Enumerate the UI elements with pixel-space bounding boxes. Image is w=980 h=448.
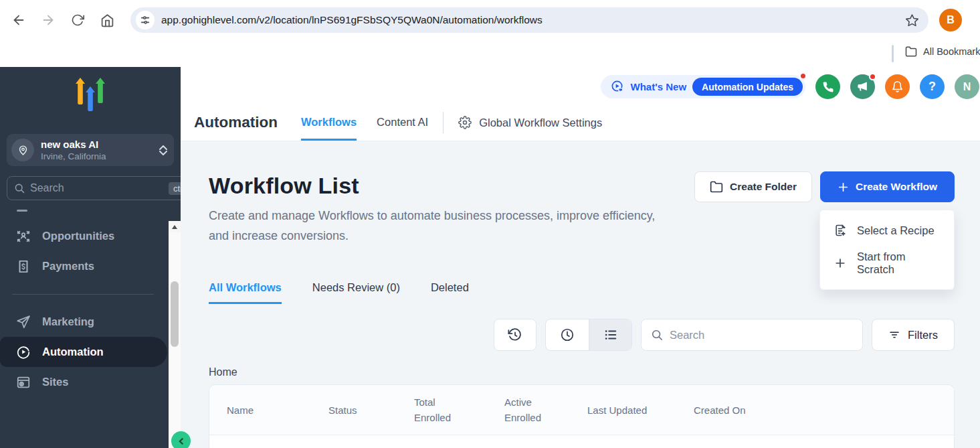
workflow-search-field[interactable] [670,329,853,342]
sidebar-item-automation[interactable]: Automation [0,337,167,367]
browser-profile-avatar[interactable]: B [939,9,962,31]
automation-updates-badge[interactable]: Automation Updates [692,78,803,96]
menu-item-start-from-scratch[interactable]: Start from Scratch [820,244,954,283]
folder-icon [905,46,917,58]
reload-icon [71,13,84,27]
app-logo [0,67,181,131]
sidebar-item-marketing[interactable]: Marketing [0,307,181,337]
clipped-nav-icon [17,210,27,212]
payments-icon [16,259,31,274]
breadcrumb-home[interactable]: Home [209,366,955,378]
column-total-enrolled: Total Enrolled [414,394,474,425]
sidebar-item-label: Payments [42,260,94,273]
list-icon [603,327,618,342]
workflow-search[interactable] [641,319,863,351]
sidebar-search-field[interactable] [30,182,169,194]
help-button[interactable]: ? [920,74,945,99]
view-toggle-group [545,319,632,351]
all-bookmarks-label: All Bookmarks [923,46,980,57]
page-title: Automation [194,114,278,131]
create-workflow-label: Create Workflow [856,181,937,193]
scrollbar-up-arrow[interactable] [169,221,181,232]
sidebar-item-label: Opportunities [42,230,114,242]
location-city: Irvine, California [41,151,159,162]
bookmark-star-icon[interactable] [905,13,919,27]
browser-home-button[interactable] [96,9,118,31]
table-body-empty-row [209,435,954,448]
whats-new-icon [611,80,625,94]
browser-reload-button[interactable] [67,9,88,31]
global-workflow-settings-link[interactable]: Global Workflow Settings [458,116,602,129]
browser-toolbar: app.gohighlevel.com/v2/location/lnPS691g… [0,0,980,40]
search-icon [651,329,663,341]
head-actions: Create Folder Create Workflow [694,171,955,202]
menu-item-select-recipe[interactable]: Select a Recipe [820,217,954,244]
tab-deleted[interactable]: Deleted [431,281,469,304]
workflow-table: Name Status Total Enrolled Active Enroll… [209,384,955,448]
tab-workflows[interactable]: Workflows [301,104,357,141]
bell-icon [891,80,904,93]
sidebar-collapse-button[interactable] [171,431,191,448]
plus-icon [834,256,847,270]
filters-button[interactable]: Filters [872,319,955,351]
sidebar-item-label: Marketing [42,315,94,328]
tab-content-ai[interactable]: Content AI [377,104,428,141]
sidebar-item-label: Automation [42,346,104,358]
whats-new-button[interactable]: What's New Automation Updates [601,75,805,98]
create-workflow-button[interactable]: Create Workflow [820,171,955,202]
sidebar-item-opportunities[interactable]: Opportunities [0,221,181,251]
filters-label: Filters [908,329,938,342]
search-icon [14,183,25,194]
enrollment-history-button[interactable] [494,319,536,351]
recent-view-button[interactable] [546,319,589,350]
announcements-button[interactable] [850,74,875,99]
browser-back-button[interactable] [8,9,29,31]
user-avatar[interactable]: N [955,74,979,99]
sidebar-search-row: ctrl K [7,176,174,200]
arrow-left-icon [11,13,26,27]
create-folder-button[interactable]: Create Folder [694,171,812,202]
sidebar-scrollbar[interactable] [169,221,181,448]
sidebar-nav: Opportunities Payments Marketing Automat… [0,210,181,397]
avatar-initial: N [963,81,971,93]
folder-icon [710,180,723,194]
scrollbar-thumb[interactable] [171,281,179,347]
sidebar-item-sites[interactable]: Sites [0,367,181,397]
bookmarks-separator [892,45,894,62]
sidebar-item-payments[interactable]: Payments [0,251,181,281]
menu-item-label: Select a Recipe [857,224,935,237]
sidebar-search-input[interactable]: ctrl K [7,176,203,200]
history-icon [508,327,522,342]
page-header: What's New Automation Updates ? N Aut [181,67,980,141]
all-bookmarks-button[interactable]: All Bookmarks [905,46,980,58]
workflow-list-subtitle: Create and manage Workflows to automate … [209,206,677,246]
tab-needs-review[interactable]: Needs Review (0) [312,281,400,304]
address-bar[interactable]: app.gohighlevel.com/v2/location/lnPS691g… [130,7,928,33]
notification-dot [869,73,876,80]
site-settings-icon[interactable] [136,11,155,29]
list-view-button[interactable] [589,319,631,350]
create-folder-label: Create Folder [730,181,797,193]
arrow-right-icon [41,13,56,27]
main-area: What's New Automation Updates ? N Aut [181,67,980,448]
phone-button[interactable] [815,74,840,99]
sidebar: new oaks AI Irvine, California ctrl K Op… [0,67,181,448]
browser-forward-button[interactable] [37,9,59,31]
header-divider [443,112,444,133]
clock-icon [560,327,575,342]
location-pin-icon [11,139,34,161]
bookmarks-bar: All Bookmarks [0,40,980,67]
location-switcher[interactable]: new oaks AI Irvine, California [7,134,174,166]
url-text: app.gohighlevel.com/v2/location/lnPS691g… [161,14,900,26]
notifications-button[interactable] [885,74,910,99]
location-name: new oaks AI [41,139,159,151]
notification-dot [799,72,807,80]
opportunities-icon [16,229,31,244]
plus-icon [838,181,849,193]
create-workflow-menu: Select a Recipe Start from Scratch [819,210,955,290]
tab-all-workflows[interactable]: All Workflows [209,281,282,304]
column-last-updated: Last Updated [587,402,694,418]
column-status: Status [328,402,414,418]
gohighlevel-logo-icon [76,78,105,111]
app-header-row: Automation Workflows Content AI Global W… [194,104,602,141]
